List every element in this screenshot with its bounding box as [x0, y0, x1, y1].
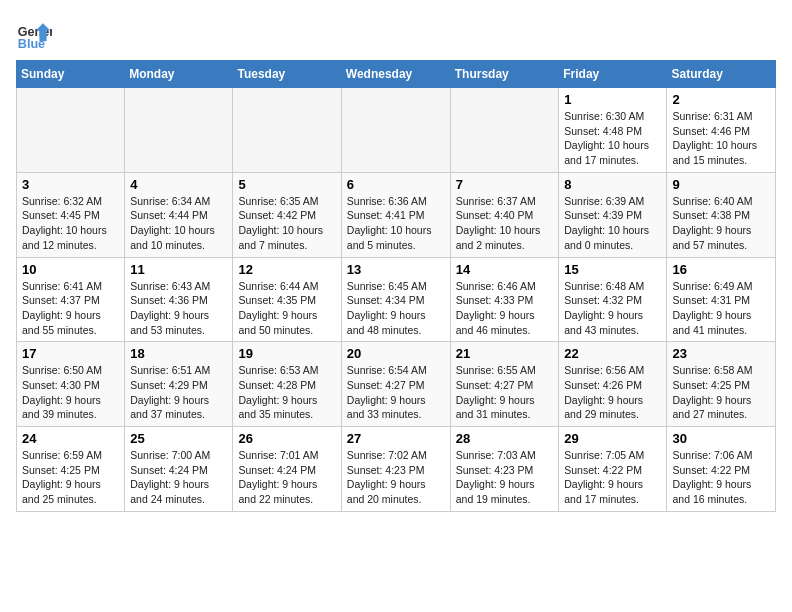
calendar-day-cell: 20Sunrise: 6:54 AMSunset: 4:27 PMDayligh… [341, 342, 450, 427]
day-number: 11 [130, 262, 227, 277]
day-info: Sunrise: 6:35 AMSunset: 4:42 PMDaylight:… [238, 194, 335, 253]
day-number: 22 [564, 346, 661, 361]
day-number: 16 [672, 262, 770, 277]
calendar-table: SundayMondayTuesdayWednesdayThursdayFrid… [16, 60, 776, 512]
day-number: 26 [238, 431, 335, 446]
calendar-day-cell [450, 88, 559, 173]
calendar-day-cell: 22Sunrise: 6:56 AMSunset: 4:26 PMDayligh… [559, 342, 667, 427]
calendar-day-cell [125, 88, 233, 173]
weekday-header-cell: Tuesday [233, 61, 341, 88]
weekday-header-cell: Friday [559, 61, 667, 88]
day-info: Sunrise: 7:01 AMSunset: 4:24 PMDaylight:… [238, 448, 335, 507]
day-number: 18 [130, 346, 227, 361]
calendar-day-cell: 4Sunrise: 6:34 AMSunset: 4:44 PMDaylight… [125, 172, 233, 257]
day-info: Sunrise: 6:56 AMSunset: 4:26 PMDaylight:… [564, 363, 661, 422]
calendar-day-cell: 10Sunrise: 6:41 AMSunset: 4:37 PMDayligh… [17, 257, 125, 342]
calendar-day-cell: 24Sunrise: 6:59 AMSunset: 4:25 PMDayligh… [17, 427, 125, 512]
day-info: Sunrise: 6:49 AMSunset: 4:31 PMDaylight:… [672, 279, 770, 338]
day-number: 21 [456, 346, 554, 361]
calendar-week-row: 10Sunrise: 6:41 AMSunset: 4:37 PMDayligh… [17, 257, 776, 342]
calendar-day-cell: 5Sunrise: 6:35 AMSunset: 4:42 PMDaylight… [233, 172, 341, 257]
day-info: Sunrise: 6:54 AMSunset: 4:27 PMDaylight:… [347, 363, 445, 422]
calendar-day-cell: 7Sunrise: 6:37 AMSunset: 4:40 PMDaylight… [450, 172, 559, 257]
day-number: 28 [456, 431, 554, 446]
day-number: 10 [22, 262, 119, 277]
day-info: Sunrise: 6:48 AMSunset: 4:32 PMDaylight:… [564, 279, 661, 338]
day-number: 30 [672, 431, 770, 446]
day-info: Sunrise: 7:02 AMSunset: 4:23 PMDaylight:… [347, 448, 445, 507]
calendar-day-cell: 1Sunrise: 6:30 AMSunset: 4:48 PMDaylight… [559, 88, 667, 173]
calendar-day-cell: 17Sunrise: 6:50 AMSunset: 4:30 PMDayligh… [17, 342, 125, 427]
day-info: Sunrise: 6:40 AMSunset: 4:38 PMDaylight:… [672, 194, 770, 253]
weekday-header-cell: Saturday [667, 61, 776, 88]
weekday-header-cell: Thursday [450, 61, 559, 88]
day-number: 23 [672, 346, 770, 361]
calendar-day-cell: 25Sunrise: 7:00 AMSunset: 4:24 PMDayligh… [125, 427, 233, 512]
day-number: 12 [238, 262, 335, 277]
page-header: General Blue [16, 16, 776, 52]
calendar-week-row: 3Sunrise: 6:32 AMSunset: 4:45 PMDaylight… [17, 172, 776, 257]
calendar-day-cell: 15Sunrise: 6:48 AMSunset: 4:32 PMDayligh… [559, 257, 667, 342]
calendar-day-cell: 13Sunrise: 6:45 AMSunset: 4:34 PMDayligh… [341, 257, 450, 342]
day-info: Sunrise: 6:53 AMSunset: 4:28 PMDaylight:… [238, 363, 335, 422]
day-number: 20 [347, 346, 445, 361]
day-info: Sunrise: 7:06 AMSunset: 4:22 PMDaylight:… [672, 448, 770, 507]
weekday-header-cell: Wednesday [341, 61, 450, 88]
calendar-day-cell: 26Sunrise: 7:01 AMSunset: 4:24 PMDayligh… [233, 427, 341, 512]
day-number: 7 [456, 177, 554, 192]
day-number: 9 [672, 177, 770, 192]
weekday-header-cell: Sunday [17, 61, 125, 88]
calendar-day-cell: 21Sunrise: 6:55 AMSunset: 4:27 PMDayligh… [450, 342, 559, 427]
calendar-day-cell: 19Sunrise: 6:53 AMSunset: 4:28 PMDayligh… [233, 342, 341, 427]
day-info: Sunrise: 6:37 AMSunset: 4:40 PMDaylight:… [456, 194, 554, 253]
day-number: 6 [347, 177, 445, 192]
day-number: 25 [130, 431, 227, 446]
day-info: Sunrise: 6:34 AMSunset: 4:44 PMDaylight:… [130, 194, 227, 253]
calendar-day-cell: 23Sunrise: 6:58 AMSunset: 4:25 PMDayligh… [667, 342, 776, 427]
day-number: 29 [564, 431, 661, 446]
day-number: 15 [564, 262, 661, 277]
day-number: 8 [564, 177, 661, 192]
day-info: Sunrise: 6:44 AMSunset: 4:35 PMDaylight:… [238, 279, 335, 338]
day-number: 4 [130, 177, 227, 192]
day-number: 17 [22, 346, 119, 361]
calendar-day-cell: 29Sunrise: 7:05 AMSunset: 4:22 PMDayligh… [559, 427, 667, 512]
calendar-week-row: 24Sunrise: 6:59 AMSunset: 4:25 PMDayligh… [17, 427, 776, 512]
day-number: 5 [238, 177, 335, 192]
calendar-day-cell: 16Sunrise: 6:49 AMSunset: 4:31 PMDayligh… [667, 257, 776, 342]
day-info: Sunrise: 6:46 AMSunset: 4:33 PMDaylight:… [456, 279, 554, 338]
calendar-week-row: 1Sunrise: 6:30 AMSunset: 4:48 PMDaylight… [17, 88, 776, 173]
weekday-header-cell: Monday [125, 61, 233, 88]
day-info: Sunrise: 6:59 AMSunset: 4:25 PMDaylight:… [22, 448, 119, 507]
calendar-day-cell: 27Sunrise: 7:02 AMSunset: 4:23 PMDayligh… [341, 427, 450, 512]
weekday-header-row: SundayMondayTuesdayWednesdayThursdayFrid… [17, 61, 776, 88]
calendar-body: 1Sunrise: 6:30 AMSunset: 4:48 PMDaylight… [17, 88, 776, 512]
calendar-day-cell: 12Sunrise: 6:44 AMSunset: 4:35 PMDayligh… [233, 257, 341, 342]
day-info: Sunrise: 6:51 AMSunset: 4:29 PMDaylight:… [130, 363, 227, 422]
day-info: Sunrise: 6:39 AMSunset: 4:39 PMDaylight:… [564, 194, 661, 253]
day-number: 24 [22, 431, 119, 446]
day-number: 14 [456, 262, 554, 277]
day-number: 3 [22, 177, 119, 192]
day-number: 19 [238, 346, 335, 361]
day-info: Sunrise: 6:30 AMSunset: 4:48 PMDaylight:… [564, 109, 661, 168]
calendar-week-row: 17Sunrise: 6:50 AMSunset: 4:30 PMDayligh… [17, 342, 776, 427]
day-info: Sunrise: 6:58 AMSunset: 4:25 PMDaylight:… [672, 363, 770, 422]
day-number: 13 [347, 262, 445, 277]
calendar-day-cell: 11Sunrise: 6:43 AMSunset: 4:36 PMDayligh… [125, 257, 233, 342]
calendar-day-cell: 3Sunrise: 6:32 AMSunset: 4:45 PMDaylight… [17, 172, 125, 257]
logo: General Blue [16, 16, 52, 52]
calendar-day-cell: 30Sunrise: 7:06 AMSunset: 4:22 PMDayligh… [667, 427, 776, 512]
day-number: 1 [564, 92, 661, 107]
day-info: Sunrise: 6:32 AMSunset: 4:45 PMDaylight:… [22, 194, 119, 253]
day-number: 2 [672, 92, 770, 107]
calendar-day-cell: 14Sunrise: 6:46 AMSunset: 4:33 PMDayligh… [450, 257, 559, 342]
calendar-day-cell [17, 88, 125, 173]
day-info: Sunrise: 6:43 AMSunset: 4:36 PMDaylight:… [130, 279, 227, 338]
day-info: Sunrise: 7:00 AMSunset: 4:24 PMDaylight:… [130, 448, 227, 507]
calendar-day-cell [233, 88, 341, 173]
day-info: Sunrise: 7:05 AMSunset: 4:22 PMDaylight:… [564, 448, 661, 507]
calendar-day-cell [341, 88, 450, 173]
logo-icon: General Blue [16, 16, 52, 52]
day-info: Sunrise: 7:03 AMSunset: 4:23 PMDaylight:… [456, 448, 554, 507]
